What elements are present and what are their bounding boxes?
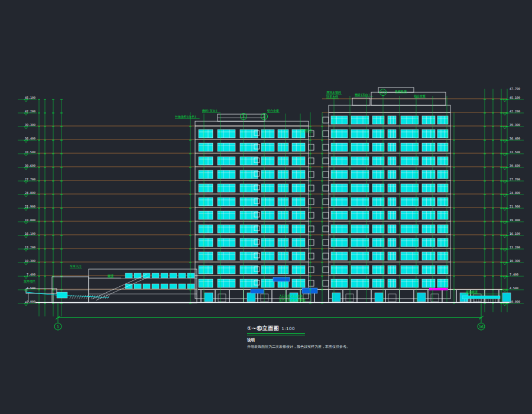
svg-text:39.300: 39.300 (25, 123, 35, 127)
svg-text:铝合金窗: 铝合金窗 (414, 94, 426, 98)
svg-text:42.200: 42.200 (25, 109, 35, 113)
svg-text:7.400: 7.400 (27, 273, 35, 276)
svg-text:电梯机房: 电梯机房 (395, 89, 407, 93)
svg-text:10.300: 10.300 (25, 259, 35, 263)
title-block: ①~⑯立面图1:100 说明 外墙装饰面层为二次装修设计，颜色以实样为准，本图仅… (247, 325, 350, 350)
elevation-canvas[interactable]: ±0.0004.5007.40010.30013.20016.10019.000… (0, 0, 532, 414)
svg-text:30.600: 30.600 (25, 164, 35, 167)
svg-text:雨篷: 雨篷 (108, 274, 113, 277)
svg-text:入口台阶详见大样: 入口台阶详见大样 (279, 294, 303, 298)
svg-text:30.600: 30.600 (510, 164, 520, 167)
svg-text:39.300: 39.300 (510, 123, 520, 127)
svg-text:7.400: 7.400 (510, 273, 518, 276)
svg-text:6: 6 (263, 114, 265, 118)
svg-text:室外地坪: 室外地坪 (24, 279, 35, 283)
svg-text:面砖(灰白): 面砖(灰白) (202, 109, 218, 113)
svg-text:36.400: 36.400 (25, 137, 35, 140)
svg-text:10.300: 10.300 (510, 259, 520, 263)
title-underline (247, 333, 305, 335)
svg-text:16.100: 16.100 (510, 232, 520, 235)
svg-text:13.200: 13.200 (510, 245, 520, 249)
svg-text:±0.000: ±0.000 (510, 300, 520, 303)
left-dimension-column: ±0.0004.5007.40010.30013.20016.10019.000… (18, 96, 63, 316)
svg-text:面砖(灰白): 面砖(灰白) (355, 93, 370, 97)
left-tower (195, 114, 314, 299)
svg-text:47.700: 47.700 (510, 87, 520, 90)
svg-text:室外台阶随地形调整: 室外台阶随地形调整 (279, 298, 306, 302)
elevation-svg: ±0.0004.5007.40010.30013.20016.10019.000… (0, 0, 532, 414)
svg-text:详见大样: 详见大样 (326, 95, 338, 98)
cad-elevation-drawing[interactable]: ±0.0004.5007.40010.30013.20016.10019.000… (0, 0, 532, 414)
svg-text:空调百叶: 空调百叶 (301, 128, 313, 132)
svg-text:铝合金窗: 铝合金窗 (267, 109, 279, 113)
svg-text:1: 1 (57, 325, 59, 329)
svg-text:27.700: 27.700 (510, 177, 520, 181)
svg-text:19.000: 19.000 (25, 218, 35, 222)
notes-heading: 说明 (247, 338, 350, 343)
svg-text:屋顶水箱间: 屋顶水箱间 (326, 90, 341, 95)
svg-text:33.500: 33.500 (25, 150, 35, 154)
svg-text:16: 16 (479, 325, 484, 329)
drawing-scale: 1:100 (281, 326, 295, 331)
svg-text:±0.000: ±0.000 (25, 300, 35, 303)
svg-text:车库入口: 车库入口 (70, 264, 82, 269)
svg-text:45.100: 45.100 (25, 96, 35, 99)
svg-text:外墙涂料(白色): 外墙涂料(白色) (175, 115, 196, 119)
svg-text:4.500: 4.500 (510, 286, 518, 290)
svg-text:21.900: 21.900 (25, 205, 35, 208)
svg-text:45.100: 45.100 (510, 96, 520, 99)
svg-text:玻璃雨篷: 玻璃雨篷 (465, 290, 478, 293)
drawing-title: ①~⑯立面图 (247, 325, 279, 331)
svg-text:5: 5 (242, 114, 245, 118)
notes-text: 外墙装饰面层为二次装修设计，颜色以实样为准，本图仅供参考。 (247, 344, 350, 350)
svg-text:19.000: 19.000 (510, 218, 520, 222)
svg-text:4.500: 4.500 (27, 286, 35, 290)
svg-text:36.400: 36.400 (510, 137, 520, 140)
svg-text:42.200: 42.200 (510, 109, 520, 113)
svg-text:24.800: 24.800 (25, 191, 35, 195)
svg-text:27.700: 27.700 (25, 177, 35, 181)
svg-text:21.900: 21.900 (510, 205, 520, 208)
right-tower (323, 88, 450, 299)
right-dimension-column: 47.700±0.0004.5007.40010.30013.20016.100… (484, 87, 524, 312)
svg-text:13.200: 13.200 (25, 245, 35, 249)
svg-text:33.500: 33.500 (510, 150, 520, 154)
svg-text:11: 11 (381, 90, 385, 94)
svg-text:24.800: 24.800 (510, 191, 520, 195)
svg-text:16.100: 16.100 (25, 232, 35, 235)
